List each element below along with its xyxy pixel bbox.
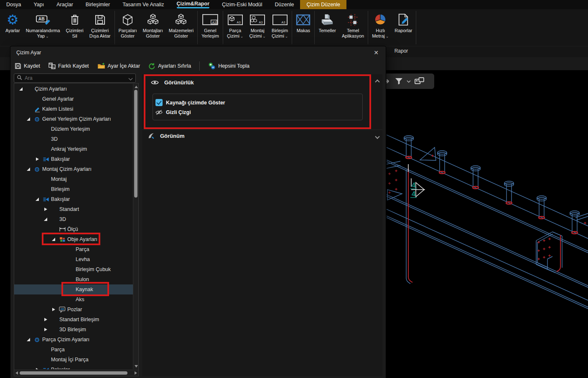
tree-item-standart[interactable]: Standart (14, 204, 133, 214)
visibility-groupbox: Kaynağı çizimde GösterGizli Çizgi (153, 94, 363, 120)
hızlı-metraj-button[interactable]: HızlıMetraj⌄ (369, 9, 392, 46)
tree-expanded-arrow-icon[interactable] (18, 87, 24, 91)
montajları-göster-button[interactable]: MontajlarıGöster (140, 9, 166, 46)
ayarlar-button[interactable]: ⚙Ayarlar (3, 9, 23, 46)
tree-item-pozlar[interactable]: ABPozlar (14, 304, 133, 315)
menu-item-yap-[interactable]: Yapı (27, 0, 50, 9)
tree-item-parça[interactable]: Parça (14, 244, 133, 254)
scroll-right-icon[interactable] (135, 371, 137, 375)
tree-item-3d-birleşim[interactable]: 3D Birleşim (14, 325, 133, 335)
search-input[interactable] (25, 75, 127, 81)
tree-item-genel-yerleşim-çizim-ayarları[interactable]: ⚙Genel Yerleşim Çizim Ayarları (14, 114, 133, 124)
tree-item-aks[interactable]: Aks (14, 294, 133, 304)
close-icon[interactable]: ✕ (372, 49, 380, 56)
tree-collapsed-arrow-icon[interactable] (43, 328, 48, 331)
collapse-all-button[interactable]: Hepsini Topla (208, 62, 249, 70)
tree-horizontal-scrollbar[interactable] (14, 370, 138, 376)
folder-import-button[interactable]: Ayar İçe Aktar (97, 63, 140, 69)
çizimleri-sil-button[interactable]: ÇizimleriSil (63, 9, 87, 46)
tree-item-kaynak[interactable]: Kaynak (14, 284, 133, 294)
menu-item--izim-eski-mod-l[interactable]: Çizim-Eski Modül (216, 0, 269, 9)
menu-item-birle-imler[interactable]: Birleşimler (79, 0, 116, 9)
tree-item-bulon[interactable]: Bulon (14, 274, 133, 284)
show-weld-in-drawing-row[interactable]: Kaynağı çizimde Göster (155, 98, 362, 107)
birleşim-çizimi-button[interactable]: A3BirleşimÇizimi⌄ (269, 9, 291, 46)
ribbon-group-separator (314, 11, 315, 44)
expand-chevron-down-icon[interactable] (375, 134, 379, 139)
checkbox-checked-icon[interactable] (155, 99, 163, 106)
horizontal-scroll-thumb[interactable] (20, 371, 127, 375)
tree-item-bakışlar[interactable]: Bakışlar (14, 365, 133, 369)
tree-item-montaj-i-çi-parça[interactable]: Montaj İçi Parça (14, 355, 133, 365)
save-button[interactable]: Kaydet (15, 63, 40, 69)
temeller-button[interactable]: Temeller (316, 9, 339, 46)
makas-button[interactable]: Makas (293, 9, 313, 46)
tree-item-montaj[interactable]: Montaj (14, 174, 133, 184)
tree-item-label: Birleşim Çubuk (76, 266, 111, 272)
section-gorunum[interactable]: Görünüm (142, 129, 382, 142)
menu-item-ara-lar[interactable]: Araçlar (50, 0, 79, 9)
menu-item-dosya[interactable]: Dosya (0, 0, 27, 9)
tree-item-ankraj-yerleşim[interactable]: Ankraj Yerleşim (14, 144, 133, 154)
scroll-up-icon[interactable] (135, 86, 138, 88)
tree-item-parça-çizim-ayarları[interactable]: ⚙Parça Çizim Ayarları (14, 335, 133, 345)
section-gorunurluk-header[interactable]: Görünürlük (145, 76, 369, 89)
tree-item-düzlem-yerleşim[interactable]: Düzlem Yerleşim (14, 124, 133, 134)
malzemeleri-göster-button[interactable]: MalzemeleriGöster (166, 9, 196, 46)
tree-expanded-arrow-icon[interactable] (34, 198, 40, 201)
tree-expanded-arrow-icon[interactable] (25, 117, 31, 121)
scroll-down-icon[interactable] (135, 365, 138, 368)
dialog-title-bar[interactable]: Çizim Ayar ✕ (10, 46, 386, 59)
tree-collapsed-arrow-icon[interactable] (34, 157, 40, 161)
tree-item-bakışlar[interactable]: Bakışlar (14, 194, 133, 204)
tree-collapsed-arrow-icon[interactable] (43, 208, 48, 211)
tree-item-kalem-listesi[interactable]: Kalem Listesi (14, 104, 133, 114)
tree-item-birleşim-çubuk[interactable]: Birleşim Çubuk (14, 264, 133, 274)
tree-item-birleşim[interactable]: Birleşim (14, 184, 133, 194)
tree-collapsed-arrow-icon[interactable] (34, 368, 40, 369)
views-icon (42, 157, 50, 162)
scroll-left-icon[interactable] (15, 371, 18, 375)
tree-expanded-arrow-icon[interactable] (51, 238, 56, 241)
tree-item-genel-ayarlar[interactable]: Genel Ayarlar (14, 94, 133, 104)
reset-button[interactable]: Ayarları Sıfırla (148, 63, 191, 70)
tree-item-levha[interactable]: Levha (14, 254, 133, 264)
vertical-scroll-thumb[interactable] (134, 90, 137, 198)
parça-çizimi-button[interactable]: A3ParçaÇizimi⌄ (224, 9, 247, 46)
temel-aplikasyon-button[interactable]: TemelAplikasyon (339, 9, 367, 46)
search-dropdown-chevron-icon[interactable] (129, 76, 133, 80)
tree-item-ölçü[interactable]: Ölçü (14, 224, 133, 234)
çizimleri-dışa-aktar-button[interactable]: ÇizimleriDışa Aktar (87, 9, 114, 46)
numaralandırma-yap-button[interactable]: ABNumaralandırmaYap⌄ (23, 9, 63, 46)
raporlar-button[interactable]: Raporlar (392, 9, 415, 46)
tree-item-parça[interactable]: Parça (14, 345, 133, 355)
montaj-çizimi-button[interactable]: A3MontajÇizimi⌄ (246, 9, 269, 46)
tree-expanded-arrow-icon[interactable] (43, 218, 48, 221)
menu-item--izim-d-zenle[interactable]: Çizim Düzenle (300, 0, 346, 9)
save-as-button[interactable]: Farklı Kaydet (48, 63, 89, 69)
tree-item-3d[interactable]: 3D (14, 214, 133, 224)
tree-item-bakışlar[interactable]: Bakışlar (14, 154, 133, 164)
tree-item-standart-birleşim[interactable]: Standart Birleşim (14, 315, 133, 325)
objects-icon (58, 237, 66, 242)
menu-item--izim-rapor[interactable]: Çizim&Rapor (171, 0, 216, 9)
tree-expanded-arrow-icon[interactable] (25, 338, 31, 341)
tree-item-montaj-çizim-ayarları[interactable]: ⚙Montaj Çizim Ayarları (14, 164, 133, 174)
hidden-line-row[interactable]: Gizli Çizgi (155, 107, 362, 117)
menu-item-tasar-m-ve-analiz[interactable]: Tasarım Ve Analiz (116, 0, 170, 9)
menu-item-d-zenle[interactable]: Düzenle (269, 0, 300, 9)
tree-item-obje-ayarları[interactable]: Obje Ayarları (14, 234, 133, 244)
tree-item-label: Kalem Listesi (42, 106, 73, 112)
tree-expanded-arrow-icon[interactable] (25, 167, 31, 171)
tree-item-çizim-ayarları[interactable]: Çizim Ayarları (14, 84, 133, 94)
tree-collapsed-arrow-icon[interactable] (43, 318, 48, 321)
tree-vertical-scrollbar[interactable] (133, 84, 138, 369)
tree-collapsed-arrow-icon[interactable] (51, 308, 56, 311)
parçaları-göster-button[interactable]: ParçalarıGöster (116, 9, 140, 46)
collapse-chevron-up-icon[interactable] (375, 79, 379, 84)
search-box[interactable] (14, 74, 136, 83)
genel-yerleşim-button[interactable]: A3GenelYerleşim (199, 9, 222, 46)
tree-item-3d[interactable]: 3D (14, 134, 133, 144)
floppy-large-icon (94, 11, 106, 28)
pencil-icon (33, 106, 41, 112)
